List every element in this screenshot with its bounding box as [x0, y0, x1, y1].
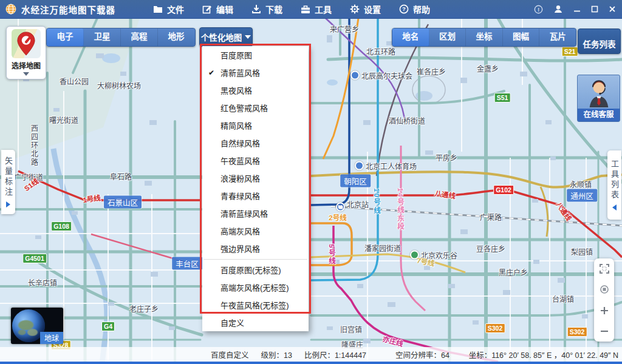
minimize-button[interactable] [573, 5, 581, 13]
style-option-label: 红色警戒风格 [220, 102, 268, 113]
style-option-custom[interactable]: 自定义 [202, 314, 309, 331]
check-icon: ✔ [202, 69, 220, 77]
alert-icon: ! [534, 5, 543, 14]
menu-edit-label: 编辑 [216, 3, 233, 15]
globe-label: 地球 [40, 332, 63, 344]
edit-icon [202, 4, 212, 14]
customer-service-button[interactable]: 在线客服 [577, 75, 620, 122]
style-option-7[interactable]: 午夜蓝风格 [202, 152, 309, 169]
style-option-2[interactable]: ✔清新蓝风格 [202, 64, 309, 81]
locate-icon [599, 284, 610, 295]
style-option-label: 高端灰风格 [220, 225, 260, 237]
download-icon [251, 4, 261, 14]
menu-file-label: 文件 [167, 3, 184, 15]
style-option-13[interactable]: 百度原图(无标签) [202, 261, 309, 278]
status-scale: 比例尺：1:144447 [304, 349, 366, 360]
close-icon [609, 5, 616, 13]
style-option-3[interactable]: 黑夜风格 [202, 81, 309, 99]
overlay-tiles[interactable]: 瓦片 [539, 29, 576, 46]
style-option-label: 午夜蓝风格(无标签) [220, 299, 289, 311]
zoom-out-icon [599, 326, 610, 337]
style-option-label: 清新蓝绿风格 [220, 207, 268, 219]
tool-list-tab[interactable]: 工具列表 [607, 150, 621, 220]
style-option-label: 百度原图 [220, 49, 252, 61]
menu-settings-label: 设置 [364, 3, 381, 15]
overlay-districts[interactable]: 区划 [429, 29, 466, 46]
chevron-down-icon [245, 35, 251, 39]
select-map-button[interactable]: 选择地图 [6, 26, 46, 79]
close-button[interactable] [609, 5, 616, 13]
map-type-bar: 电子卫星高程地形 [46, 28, 196, 47]
alert-button[interactable]: ! [534, 5, 543, 14]
style-option-label: 午夜蓝风格 [220, 155, 260, 166]
zoom-in-icon [599, 305, 610, 316]
full-extent-button[interactable] [596, 261, 612, 277]
titlebar-right: ! [534, 4, 616, 14]
style-option-11[interactable]: 高端灰风格 [202, 222, 309, 240]
map-canvas[interactable] [0, 0, 622, 364]
menu-download-label: 下载 [265, 3, 282, 15]
map-type-elevation[interactable]: 高程 [121, 29, 158, 46]
menu-help-label: 帮助 [413, 3, 430, 15]
zoom-in-button[interactable] [596, 303, 612, 318]
help-icon: ? [399, 4, 409, 14]
map-controls-panel [594, 258, 614, 342]
style-option-6[interactable]: 自然绿风格 [202, 134, 309, 152]
style-option-1[interactable]: 百度原图 [202, 46, 309, 64]
expand-left-icon [612, 204, 617, 211]
full-extent-icon [599, 263, 610, 274]
map-type-terrain[interactable]: 地形 [158, 29, 194, 46]
menu-download[interactable]: 下载 [251, 3, 282, 15]
select-map-caret-icon [23, 72, 29, 76]
menu-tools[interactable]: 工具 [301, 3, 332, 15]
vector-annotation-label: 矢量标注 [2, 157, 14, 198]
overlay-map-sheets[interactable]: 图幅 [503, 29, 540, 46]
style-option-label: 百度原图(无标签) [220, 264, 281, 275]
style-option-9[interactable]: 青春绿风格 [202, 187, 309, 204]
map-pin-icon [12, 29, 41, 58]
zoom-out-button[interactable] [596, 323, 612, 339]
task-list-button[interactable]: 任务列表 [578, 29, 621, 54]
statusbar: 百度自定义 级别：13 比例尺：1:144447 空间分辨率：64 坐标：116… [0, 347, 622, 362]
menu-file[interactable]: 文件 [153, 3, 184, 15]
menu-settings[interactable]: 设置 [350, 3, 381, 15]
map-type-electronic[interactable]: 电子 [47, 29, 84, 46]
overlay-coordinates[interactable]: 坐标 [466, 29, 503, 46]
titlebar-menus: 文件编辑下载工具设置?帮助 [153, 3, 430, 15]
style-option-10[interactable]: 清新蓝绿风格 [202, 204, 309, 222]
map-type-satellite[interactable]: 卫星 [84, 29, 121, 46]
gear-icon [350, 4, 360, 14]
style-option-label: 清新蓝风格 [220, 67, 260, 78]
maximize-button[interactable] [591, 5, 598, 13]
select-map-label: 选择地图 [12, 60, 41, 70]
locate-button[interactable] [596, 281, 612, 297]
tool-list-label: 工具列表 [609, 160, 620, 201]
style-option-label: 青春绿风格 [220, 190, 260, 201]
style-option-5[interactable]: 精简风格 [202, 116, 309, 134]
menu-edit[interactable]: 编辑 [202, 3, 233, 15]
menu-tools-label: 工具 [315, 3, 332, 15]
status-zoom-level: 级别：13 [261, 349, 292, 360]
menu-help[interactable]: ?帮助 [399, 3, 430, 15]
personalized-map-label: 个性化地图 [201, 31, 242, 43]
folder-icon [153, 5, 163, 13]
overlay-place-names[interactable]: 地名 [392, 29, 429, 46]
vector-annotation-tab[interactable]: 矢量标注 [1, 150, 15, 214]
style-option-14[interactable]: 高端灰风格(无标签) [202, 278, 309, 296]
globe-view-button[interactable]: 地球 [11, 308, 63, 344]
status-map-source: 百度自定义 [211, 349, 249, 360]
app-logo-icon [5, 4, 16, 15]
titlebar: 水经注万能地图下载器 文件编辑下载工具设置?帮助 ! [0, 0, 622, 19]
user-button[interactable] [553, 4, 563, 14]
app-window: 石景山区朝阳区通州区丰台区香山公园大柳树林农场曙光街道西四环北路广宁街道阜石路来… [0, 0, 622, 364]
style-option-label: 自定义 [220, 317, 244, 328]
style-menu-list: 百度原图✔清新蓝风格黑夜风格红色警戒风格精简风格自然绿风格午夜蓝风格浪漫粉风格青… [202, 46, 309, 314]
personalized-map-button[interactable]: 个性化地图 [199, 27, 253, 47]
style-option-15[interactable]: 午夜蓝风格(无标签) [202, 296, 309, 314]
user-icon [553, 4, 563, 14]
svg-text:?: ? [402, 5, 406, 12]
style-option-label: 浪漫粉风格 [220, 172, 260, 184]
style-option-4[interactable]: 红色警戒风格 [202, 99, 309, 116]
style-option-12[interactable]: 强边界风格 [202, 240, 309, 257]
style-option-8[interactable]: 浪漫粉风格 [202, 169, 309, 187]
